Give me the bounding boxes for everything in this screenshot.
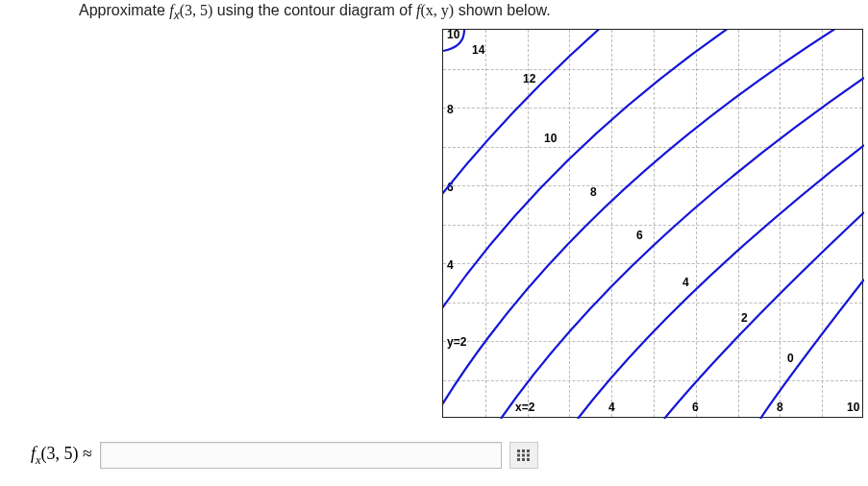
q-middle: using the contour diagram of xyxy=(217,2,416,18)
contour-plot: 10 8 6 4 y=2 x=2 4 6 8 10 14 12 10 8 6 4… xyxy=(442,29,863,418)
contour-label-6: 6 xyxy=(636,229,643,242)
approx-symbol: ≈ xyxy=(83,444,92,463)
svg-rect-6 xyxy=(527,454,530,457)
keypad-icon xyxy=(517,450,531,461)
svg-rect-8 xyxy=(522,458,525,461)
contour-0 xyxy=(760,279,864,419)
svg-rect-9 xyxy=(527,458,530,461)
q-suffix: shown below. xyxy=(459,2,551,18)
answer-label: fx(3, 5) ≈ xyxy=(31,444,92,468)
math-keypad-button[interactable] xyxy=(509,442,538,469)
answer-row: fx(3, 5) ≈ xyxy=(31,442,538,469)
contour-6 xyxy=(501,78,864,419)
svg-rect-5 xyxy=(522,454,525,457)
f-args: (x, y) xyxy=(421,2,455,18)
contour-14 xyxy=(443,30,464,51)
contour-label-10: 10 xyxy=(544,132,557,145)
svg-rect-1 xyxy=(517,450,520,452)
contour-label-14: 14 xyxy=(472,43,484,57)
svg-rect-2 xyxy=(522,450,525,452)
contour-2 xyxy=(664,212,864,419)
answer-input[interactable] xyxy=(100,442,502,469)
contour-label-4: 4 xyxy=(682,276,689,289)
contour-label-0: 0 xyxy=(787,352,794,365)
contour-curves xyxy=(443,30,864,419)
svg-rect-4 xyxy=(517,454,520,457)
contour-label-12: 12 xyxy=(523,72,535,85)
svg-rect-7 xyxy=(517,458,520,461)
contour-label-2: 2 xyxy=(741,311,748,325)
fx-args: (3, 5) xyxy=(180,2,213,18)
contour-label-8: 8 xyxy=(590,185,597,199)
answer-args: (3, 5) xyxy=(41,444,79,463)
svg-rect-3 xyxy=(527,450,530,452)
q-prefix: Approximate xyxy=(79,2,169,18)
question-prompt: Approximate fx(3, 5) using the contour d… xyxy=(79,2,551,22)
